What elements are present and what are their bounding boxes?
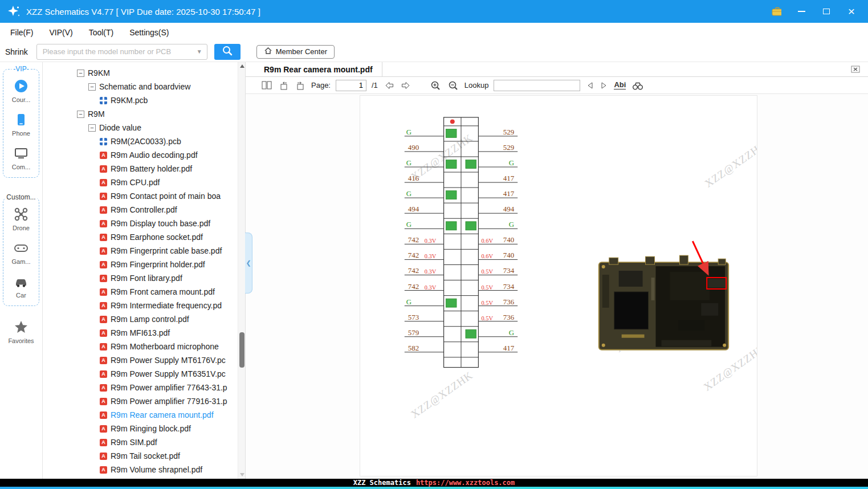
member-center-label: Member Center	[276, 47, 327, 56]
model-search-box[interactable]: ▼	[36, 44, 207, 60]
collapse-icon[interactable]: −	[77, 111, 84, 118]
scroll-down-icon[interactable]	[240, 473, 244, 476]
pdf-viewer[interactable]: XZZ@XZZHKXZZ@XZZHKXZZ@XZZHKXZZ@XZZHKXZZ@…	[246, 94, 868, 479]
svg-text:0.3V: 0.3V	[425, 238, 437, 244]
tree-item[interactable]: −R9M	[43, 107, 245, 121]
tree-item[interactable]: AR9m Contact point of main boa	[43, 189, 245, 203]
zoom-in-button[interactable]	[429, 80, 442, 91]
close-document-icon[interactable]	[851, 65, 861, 74]
tree-item[interactable]: AR9m Lamp control.pdf	[43, 312, 245, 326]
text-select-tool-icon[interactable]: Abi	[614, 81, 626, 89]
tree-item[interactable]: −Schematic and boardview	[43, 80, 245, 93]
zoom-out-button[interactable]	[447, 80, 459, 91]
tree-item[interactable]: AR9m Font library.pdf	[43, 271, 245, 285]
tree-item[interactable]: AR9m SIM.pdf	[43, 435, 245, 449]
lookup-input[interactable]	[494, 80, 580, 91]
side-item-label: Car	[16, 292, 26, 299]
tree-item[interactable]: AR9m Earphone socket.pdf	[43, 230, 245, 244]
tree-item-label: R9m Controller.pdf	[111, 205, 177, 214]
tree-item[interactable]: AR9m Volume shrapnel.pdf	[43, 463, 245, 476]
find-next-button[interactable]	[600, 82, 609, 89]
phone-icon	[14, 112, 28, 128]
search-input[interactable]	[37, 47, 197, 56]
close-button[interactable]: ×	[846, 6, 857, 17]
tree-item[interactable]: AR9m Fingerprint holder.pdf	[43, 258, 245, 271]
tree-item[interactable]: AR9m Fingerprint cable base.pdf	[43, 244, 245, 258]
vip-item-1[interactable]: Phone	[12, 112, 30, 137]
tree-item[interactable]: AR9m Battery holder.pdf	[43, 162, 245, 176]
tree-item[interactable]: AR9m Power Supply MT6176V.pc	[43, 353, 245, 367]
tree-item[interactable]: R9KM.pcb	[43, 93, 245, 107]
collapse-icon[interactable]: −	[88, 124, 96, 132]
tree-item[interactable]: AR9m Audio decoding.pdf	[43, 148, 245, 162]
previous-page-button[interactable]	[383, 82, 395, 89]
custom-item-0[interactable]: Drone	[13, 207, 30, 231]
vip-item-2[interactable]: Com...	[12, 146, 30, 170]
tree-item[interactable]: AR9m Controller.pdf	[43, 203, 245, 217]
shrink-button[interactable]: Shrink	[5, 47, 28, 56]
pcb-file-icon	[100, 97, 107, 104]
panel-collapse-handle[interactable]: ❮	[245, 233, 252, 294]
side-item-label: Gam...	[11, 258, 30, 265]
custom-group: Custom... DroneGam...Car	[3, 197, 39, 306]
collapse-icon[interactable]: −	[77, 70, 84, 77]
member-center-button[interactable]: Member Center	[256, 45, 335, 59]
pdf-file-icon: A	[100, 384, 107, 392]
binoculars-icon[interactable]	[631, 81, 645, 90]
tree-item[interactable]: AR9m Power amplifier 77643-31.p	[43, 381, 245, 394]
tree-item[interactable]: AR9m Motherboard microphone	[43, 340, 245, 353]
star-icon	[14, 320, 28, 336]
search-button[interactable]	[214, 44, 241, 60]
vip-item-0[interactable]: Cour...	[12, 79, 30, 103]
tree-item[interactable]: AR9m Intermediate frequency.pd	[43, 299, 245, 312]
tree-item[interactable]: AR9m Front camera mount.pdf	[43, 285, 245, 299]
vip-card-icon[interactable]	[771, 6, 781, 17]
tree-item[interactable]: AR9m Rear camera mount.pdf	[43, 408, 245, 422]
svg-text:736: 736	[503, 298, 515, 306]
scrollbar-thumb[interactable]	[239, 332, 244, 368]
tree-item[interactable]: −R9KM	[43, 66, 245, 80]
favorites-item[interactable]: Favorites	[0, 320, 42, 344]
scroll-up-icon[interactable]	[240, 64, 244, 68]
next-page-button[interactable]	[400, 82, 412, 89]
svg-text:494: 494	[503, 205, 515, 213]
minimize-button[interactable]	[796, 6, 806, 17]
rotate-right-button[interactable]	[295, 81, 306, 90]
pdf-file-icon: A	[100, 398, 107, 405]
pdf-file-icon: A	[100, 247, 107, 255]
tree-item[interactable]: AR9m Tail socket.pdf	[43, 449, 245, 463]
pdf-file-icon: A	[100, 275, 107, 282]
menu-settings[interactable]: Settings(S)	[121, 28, 177, 37]
custom-item-1[interactable]: Gam...	[11, 241, 30, 265]
svg-text:0.5V: 0.5V	[481, 284, 493, 291]
tree-item-label: R9m Power amplifier 77916-31.p	[111, 397, 227, 406]
tree-item[interactable]: R9M(2AC0033).pcb	[43, 135, 245, 148]
two-page-view-button[interactable]	[260, 81, 273, 89]
tree-item[interactable]: AR9m Ringing block.pdf	[43, 422, 245, 435]
maximize-button[interactable]	[821, 6, 832, 17]
collapse-icon[interactable]: −	[88, 83, 96, 91]
rotate-left-button[interactable]	[278, 81, 290, 90]
side-item-label: Drone	[13, 225, 30, 231]
tree-item-label: R9KM	[88, 68, 110, 78]
page-number-input[interactable]	[336, 80, 366, 91]
chevron-down-icon[interactable]: ▼	[197, 48, 202, 55]
status-url[interactable]: https://www.xzztools.com	[416, 479, 515, 486]
menu-tool[interactable]: Tool(T)	[81, 28, 122, 37]
tree-item[interactable]: AR9m Power amplifier 77916-31.p	[43, 394, 245, 408]
tree-item[interactable]: AR9m Power Supply MT6351V.pc	[43, 367, 245, 381]
tree-item[interactable]: AR9m CPU.pdf	[43, 176, 245, 189]
menu-vip[interactable]: VIP(V)	[41, 28, 80, 37]
menu-file[interactable]: File(F)	[2, 28, 41, 37]
app-logo-icon	[7, 5, 21, 18]
tree-item[interactable]: AR9m MFI613.pdf	[43, 326, 245, 340]
svg-text:529: 529	[503, 143, 514, 152]
tree-scrollbar[interactable]	[238, 62, 245, 479]
tree-item[interactable]: AR9m Display touch base.pdf	[43, 217, 245, 230]
svg-text:G: G	[509, 158, 514, 167]
svg-text:XZZ@XZZHK: XZZ@XZZHK	[409, 369, 475, 420]
find-previous-button[interactable]	[585, 82, 594, 89]
tree-item[interactable]: −Diode value	[43, 121, 245, 135]
document-tab[interactable]: R9m Rear camera mount.pdf	[246, 62, 382, 76]
custom-item-2[interactable]: Car	[14, 274, 28, 299]
